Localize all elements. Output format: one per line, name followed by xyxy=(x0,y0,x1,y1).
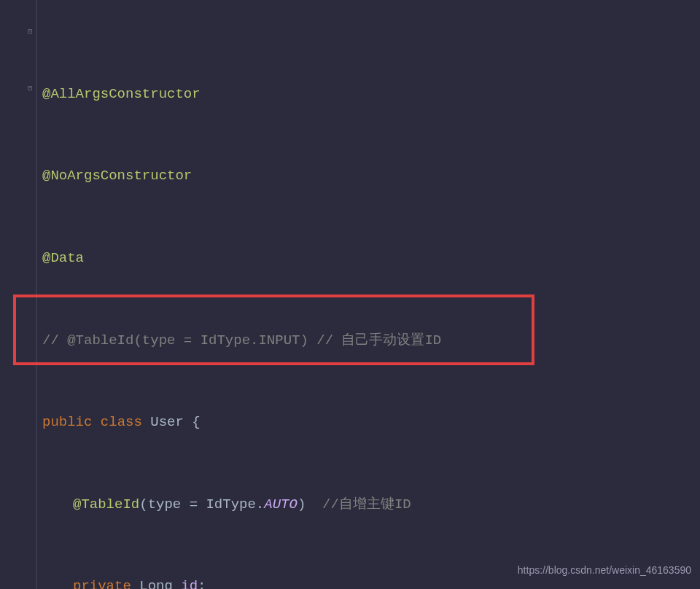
keyword: private xyxy=(73,573,131,589)
annotation: @Data xyxy=(42,245,84,272)
fold-marker-icon[interactable]: ⊟ xyxy=(28,82,36,90)
type: Long xyxy=(139,573,173,589)
class-name: User xyxy=(150,409,184,436)
field-name: id xyxy=(181,573,198,589)
brace: { xyxy=(184,409,201,436)
keyword: class xyxy=(101,409,142,436)
enum-value: AUTO xyxy=(264,491,298,518)
annotation: @TableId xyxy=(73,491,139,518)
code-line: @NoArgsConstructor xyxy=(42,163,700,191)
annotation: @NoArgsConstructor xyxy=(42,163,192,190)
editor-gutter: ⊟ ⊟ xyxy=(0,0,36,589)
code-line: @TableId(type = IdType.AUTO) //自增主键ID xyxy=(42,491,700,519)
code-line: // @TableId(type = IdType.INPUT) // 自己手动… xyxy=(42,327,700,355)
annotation-param: type = IdType. xyxy=(148,491,265,518)
fold-marker-icon[interactable]: ⊟ xyxy=(28,25,36,34)
fold-guide xyxy=(36,0,37,589)
code-line: @AllArgsConstructor xyxy=(42,80,700,109)
code-editor[interactable]: @AllArgsConstructor @NoArgsConstructor @… xyxy=(42,26,700,589)
keyword: public xyxy=(42,409,92,436)
comment: //自增主键ID xyxy=(306,491,411,518)
comment: // @TableId(type = IdType.INPUT) // 自己手动… xyxy=(42,327,441,354)
code-line: @Data xyxy=(42,244,700,273)
watermark-text: https://blog.csdn.net/weixin_46163590 xyxy=(518,561,691,580)
annotation: @AllArgsConstructor xyxy=(42,81,201,108)
code-line: public class User { xyxy=(42,408,700,437)
